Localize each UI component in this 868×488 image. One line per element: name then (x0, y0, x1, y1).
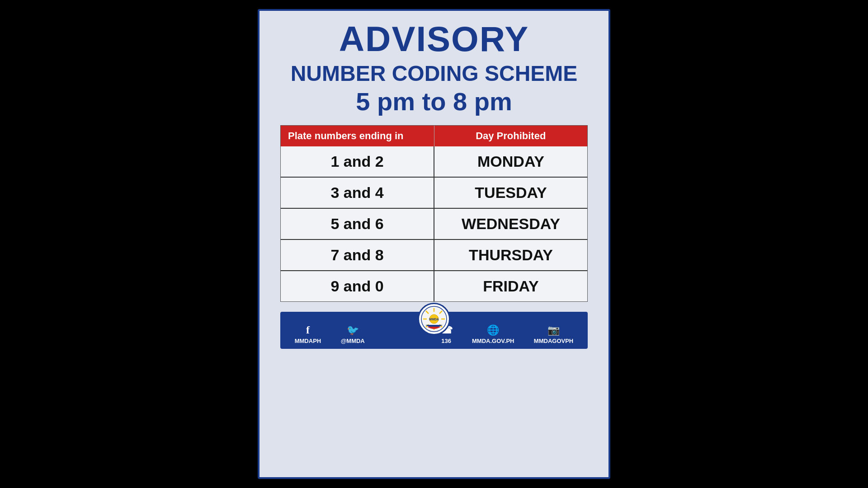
table-body: 1 and 2 MONDAY 3 and 4 TUESDAY 5 and 6 W… (281, 146, 587, 301)
footer-item-mmda.gov.ph: 🌐 MMDA.GOV.PH (472, 324, 514, 344)
footer-icon: f (306, 324, 310, 336)
footer-item-mmdaph: f MMDAPH (295, 324, 321, 344)
day-value: WEDNESDAY (434, 209, 587, 239)
mmda-logo-inner: MMDA (420, 305, 448, 333)
footer-icon: 🌐 (487, 324, 499, 336)
day-value: TUESDAY (434, 178, 587, 208)
mmda-logo: MMDA (418, 303, 450, 335)
table-row: 3 and 4 TUESDAY (281, 177, 587, 208)
footer-label: 136 (441, 338, 451, 344)
table-row: 5 and 6 WEDNESDAY (281, 208, 587, 239)
svg-text:MMDA: MMDA (429, 318, 439, 321)
footer-label: @MMDA (341, 338, 365, 344)
table-row: 9 and 0 FRIDAY (281, 270, 587, 301)
plate-value: 3 and 4 (281, 178, 434, 208)
plate-value: 1 and 2 (281, 146, 434, 177)
advisory-title: ADVISORY (339, 20, 529, 59)
footer-label: MMDA.GOV.PH (472, 338, 514, 344)
footer-item-mmdagovph: 📷 MMDAGOVPH (534, 324, 573, 344)
plate-value: 7 and 8 (281, 240, 434, 270)
day-value: MONDAY (434, 146, 587, 177)
footer-label: MMDAPH (295, 338, 321, 344)
advisory-card: ADVISORY NUMBER CODING SCHEME 5 pm to 8 … (258, 9, 610, 479)
footer-label: MMDAGOVPH (534, 338, 573, 344)
plate-value: 5 and 6 (281, 209, 434, 239)
footer-bar: MMDA f MMDAPH 🐦 @MMDA ☎ 136 🌐 MMDA.GOV.P… (280, 312, 588, 349)
footer-item-@mmda: 🐦 @MMDA (341, 324, 365, 344)
footer-icon: 🐦 (347, 324, 359, 336)
scheme-title: NUMBER CODING SCHEME (291, 61, 578, 87)
footer-icon: 📷 (547, 324, 560, 336)
table-row: 1 and 2 MONDAY (281, 146, 587, 177)
time-title: 5 pm to 8 pm (356, 86, 512, 117)
day-column-header: Day Prohibited (434, 126, 588, 146)
table-row: 7 and 8 THURSDAY (281, 239, 587, 270)
plate-column-header: Plate numbers ending in (281, 126, 434, 146)
coding-table: Plate numbers ending in Day Prohibited 1… (280, 125, 588, 302)
plate-value: 9 and 0 (281, 271, 434, 301)
day-value: FRIDAY (434, 271, 587, 301)
table-header-row: Plate numbers ending in Day Prohibited (281, 126, 587, 146)
day-value: THURSDAY (434, 240, 587, 270)
main-content: ADVISORY NUMBER CODING SCHEME 5 pm to 8 … (273, 20, 595, 356)
